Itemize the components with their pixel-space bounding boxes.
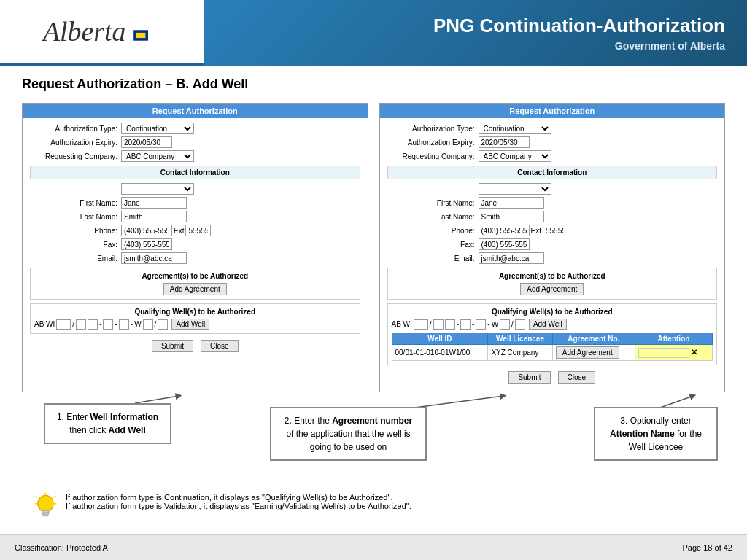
left-panel: Request Authorization Authorization Type… (22, 103, 368, 392)
col-agreement-no: Agreement No. (552, 333, 635, 345)
r-auth-expiry-input[interactable] (479, 136, 530, 148)
fax-row: Fax: (30, 238, 360, 250)
close-button-right[interactable]: Close (558, 371, 596, 384)
main-content: Request Authorization – B. Add Well Requ… (0, 66, 747, 542)
phone-row: Phone: Ext (30, 225, 360, 236)
r-req-company-label: Requesting Company: (387, 152, 475, 160)
r-ab-wi-label: AB WI (392, 320, 412, 328)
page-subtitle: Government of Alberta (615, 40, 725, 52)
email-input[interactable] (121, 252, 187, 264)
r-email-label: Email: (387, 254, 475, 262)
svg-rect-2 (136, 32, 146, 37)
ab-wi-label: AB WI (34, 320, 55, 328)
delete-icon[interactable]: ✕ (691, 348, 697, 357)
note-text-2: If authorization form type is Validation… (66, 502, 411, 510)
submit-button-right[interactable]: Submit (508, 371, 550, 384)
section-heading: Request Authorization – B. Add Well (22, 77, 725, 92)
r-ext-input[interactable] (543, 225, 568, 236)
r-first-name-input[interactable] (479, 197, 544, 209)
left-panel-header: Request Authorization (23, 104, 368, 118)
well-input-2[interactable] (76, 319, 86, 330)
annotation-area: 1. Enter Well Information then click Add… (22, 392, 725, 487)
r-add-agreement-button[interactable]: Add Agreement (520, 283, 584, 295)
auth-type-select[interactable]: Continuation (121, 122, 194, 134)
well-input-5[interactable] (119, 319, 129, 330)
email-row: Email: (30, 252, 360, 264)
svg-line-12 (54, 496, 55, 497)
add-well-button[interactable]: Add Well (171, 319, 209, 330)
svg-text:Alberta: Alberta (41, 15, 125, 46)
r-add-well-button[interactable]: Add Well (529, 319, 567, 330)
well-input-7[interactable] (158, 319, 168, 330)
right-panel-form: Authorization Type: Continuation Authori… (380, 118, 725, 392)
add-agreement-button[interactable]: Add Agreement (163, 283, 227, 295)
r-fax-row: Fax: (387, 238, 718, 250)
auth-expiry-input[interactable] (121, 136, 172, 148)
r-well-input-4[interactable] (460, 319, 471, 330)
phone-input[interactable] (121, 225, 172, 236)
ext-input[interactable] (185, 225, 211, 236)
last-name-input[interactable] (121, 211, 187, 222)
submit-button-left[interactable]: Submit (152, 340, 193, 352)
well-input-4[interactable] (103, 319, 113, 330)
well-section-title: Qualifying Well(s) to be Authorized (34, 308, 356, 316)
svg-point-6 (38, 495, 53, 512)
well-input-3[interactable] (88, 319, 98, 330)
first-name-input[interactable] (121, 197, 187, 209)
annotation-1-text: 1. Enter Well Information then click Add… (57, 412, 158, 435)
attention-input[interactable] (638, 348, 689, 358)
auth-expiry-row: Authorization Expiry: (30, 136, 360, 148)
r-auth-expiry-label: Authorization Expiry: (387, 139, 475, 147)
table-add-agreement-button[interactable]: Add Agreement (556, 346, 619, 359)
r-well-input-6[interactable] (500, 319, 510, 330)
logo-area: Alberta (0, 0, 204, 66)
r-auth-expiry-row: Authorization Expiry: (387, 136, 718, 148)
contact-select-row (30, 183, 360, 195)
r-req-company-select[interactable]: ABC Company (479, 150, 551, 162)
r-auth-type-select[interactable]: Continuation (479, 122, 551, 134)
r-phone-label: Phone: (387, 227, 475, 235)
page-title: PNG Continuation-Authorization (433, 15, 725, 37)
fax-input[interactable] (121, 238, 172, 250)
r-email-input[interactable] (479, 252, 544, 264)
r-fax-input[interactable] (479, 238, 530, 250)
well-input-1[interactable] (56, 319, 71, 330)
agreement-no-cell: Add Agreement (552, 345, 635, 361)
svg-rect-9 (43, 514, 48, 516)
r-fax-label: Fax: (387, 241, 475, 249)
right-panel: Request Authorization Authorization Type… (379, 103, 726, 392)
r-phone-input[interactable] (479, 225, 530, 236)
r-well-input-5[interactable] (476, 319, 486, 330)
r-auth-type-row: Authorization Type: Continuation (387, 122, 718, 134)
ext-label: Ext (174, 227, 184, 235)
r-well-input-3[interactable] (445, 319, 455, 330)
r-well-input-1[interactable] (414, 319, 428, 330)
r-well-input-2[interactable] (433, 319, 444, 330)
well-licencee-cell: XYZ Company (488, 345, 552, 361)
svg-line-11 (36, 496, 37, 497)
page-info-label: Page 18 of 42 (682, 543, 732, 552)
contact-select[interactable] (121, 183, 194, 195)
auth-expiry-label: Authorization Expiry: (30, 139, 117, 147)
req-company-select[interactable]: ABC Company (121, 150, 194, 162)
col-attention: Attention (635, 333, 712, 345)
close-button-left[interactable]: Close (201, 340, 239, 352)
req-company-label: Requesting Company: (30, 152, 117, 160)
classification-label: Classification: Protected A (15, 543, 108, 552)
annotation-3-text: 3. Optionally enter Attention Name for t… (610, 416, 702, 452)
note-text-block: If authorization form type is Continuati… (66, 493, 411, 510)
contact-section-header: Contact Information (30, 166, 360, 179)
r-last-name-input[interactable] (479, 211, 544, 222)
table-row: 00/01-01-010-01W1/00 XYZ Company Add Agr… (392, 345, 713, 361)
annotation-box-2: 2. Enter the Agreement number of the app… (270, 407, 427, 461)
page-footer: Classification: Protected A Page 18 of 4… (0, 534, 747, 560)
left-panel-form: Authorization Type: Continuation Authori… (23, 118, 368, 360)
r-contact-select[interactable] (479, 183, 551, 195)
header-title-area: PNG Continuation-Authorization Governmen… (204, 0, 747, 66)
last-name-row: Last Name: (30, 211, 360, 222)
r-ext-label: Ext (531, 227, 541, 235)
phone-label: Phone: (30, 227, 117, 235)
right-panel-header: Request Authorization (380, 104, 725, 118)
well-input-6[interactable] (143, 319, 153, 330)
r-well-input-7[interactable] (515, 319, 525, 330)
